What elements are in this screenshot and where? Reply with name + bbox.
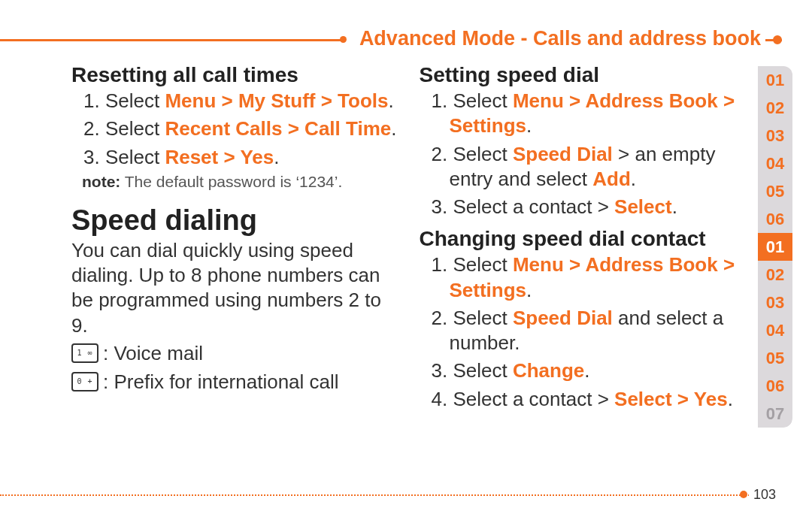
- step-item: 3. Select Change.: [432, 358, 745, 383]
- step-item: 1. Select Menu > Address Book > Settings…: [432, 252, 745, 303]
- step-text: .: [672, 195, 677, 218]
- step-text: .: [526, 114, 532, 137]
- content-columns: Resetting all call times 1. Select Menu …: [71, 60, 744, 476]
- step-item: 3. Select a contact > Select.: [432, 195, 745, 219]
- key-desc: : Voice mail: [103, 340, 203, 367]
- tab-upper: 05: [758, 177, 792, 205]
- header-end-dot-icon: [773, 35, 782, 44]
- step-text: 3. Select: [432, 359, 513, 382]
- menu-path: Speed Dial: [513, 307, 613, 329]
- tab-upper: 03: [758, 122, 792, 150]
- step-text: 4. Select a contact >: [432, 388, 615, 410]
- step-text: 3. Select a contact >: [432, 195, 615, 218]
- menu-path: Menu > My Stuff > Tools: [165, 89, 388, 112]
- tab-lower: 04: [758, 316, 792, 344]
- tab-upper: 02: [758, 94, 792, 122]
- step-text: 1. Select: [432, 89, 513, 112]
- note-text: The default password is ‘1234’.: [120, 173, 342, 190]
- step-item: 1. Select Menu > Address Book > Settings…: [432, 89, 745, 139]
- step-item: 4. Select a contact > Select > Yes.: [432, 387, 745, 412]
- step-text: 2. Select: [432, 307, 513, 329]
- heading-speed-dialing: Speed dialing: [71, 204, 397, 237]
- keycap-1-icon: 1 ∞: [71, 343, 98, 363]
- footer-dot-icon: [740, 491, 747, 498]
- step-text: 3. Select: [83, 146, 165, 168]
- page-header: Advanced Mode - Calls and address book: [0, 30, 782, 54]
- step-text: .: [391, 117, 396, 140]
- menu-path: Add: [592, 168, 631, 190]
- note-default-password: note: The default password is ‘1234’.: [82, 173, 397, 191]
- step-text: 2. Select: [83, 117, 165, 140]
- heading-changing-speed-dial: Changing speed dial contact: [420, 227, 745, 251]
- step-text: 1. Select: [83, 89, 165, 112]
- step-item: 3. Select Reset > Yes.: [83, 145, 397, 170]
- key-desc: : Prefix for international call: [103, 368, 339, 395]
- tab-upper: 04: [758, 150, 792, 177]
- menu-path: Select > Yes: [614, 388, 728, 410]
- key-international: 0 + : Prefix for international call: [71, 368, 397, 395]
- note-label: note:: [82, 173, 120, 190]
- menu-path: Select: [614, 195, 672, 218]
- step-text: 2. Select: [432, 143, 513, 165]
- heading-setting-speed-dial: Setting speed dial: [420, 63, 745, 87]
- menu-path: Recent Calls > Call Time: [165, 117, 391, 140]
- menu-path: Speed Dial: [513, 143, 613, 165]
- step-item: 1. Select Menu > My Stuff > Tools.: [83, 89, 397, 113]
- steps-change-speed-dial: 1. Select Menu > Address Book > Settings…: [420, 252, 745, 412]
- step-item: 2. Select Speed Dial and select a number…: [432, 306, 745, 356]
- step-item: 2. Select Speed Dial > an empty entry an…: [432, 142, 745, 192]
- tab-lower: 02: [758, 261, 792, 289]
- tab-lower-active: 01: [758, 233, 792, 261]
- steps-set-speed-dial: 1. Select Menu > Address Book > Settings…: [420, 89, 745, 219]
- key-voicemail: 1 ∞ : Voice mail: [71, 340, 397, 367]
- step-text: .: [389, 89, 394, 112]
- tab-lower: 03: [758, 289, 792, 316]
- tab-lower: 06: [758, 372, 792, 400]
- menu-path: Change: [513, 359, 584, 382]
- right-column: Setting speed dial 1. Select Menu > Addr…: [420, 60, 745, 476]
- tab-lower: 05: [758, 344, 792, 372]
- page-footer: 103: [0, 488, 782, 503]
- steps-reset-call-times: 1. Select Menu > My Stuff > Tools. 2. Se…: [71, 89, 397, 170]
- step-text: 1. Select: [432, 253, 513, 276]
- keycap-0-icon: 0 +: [71, 372, 98, 391]
- speed-dial-description: You can dial quickly using speed dialing…: [71, 238, 397, 338]
- step-item: 2. Select Recent Calls > Call Time.: [83, 116, 397, 141]
- page-number: 103: [749, 487, 782, 503]
- section-tabs: 01 02 03 04 05 06 01 02 03 04 05 06 07: [758, 66, 792, 428]
- step-text: .: [631, 168, 636, 190]
- header-bullet-icon: [340, 36, 347, 43]
- step-text: .: [584, 359, 589, 382]
- step-text: .: [728, 388, 733, 410]
- step-text: .: [526, 279, 532, 301]
- menu-path: Reset > Yes: [165, 146, 274, 168]
- step-text: .: [274, 146, 279, 168]
- chapter-title-text: Advanced Mode - Calls and address book: [359, 27, 761, 50]
- left-column: Resetting all call times 1. Select Menu …: [71, 60, 397, 476]
- footer-rule: [0, 494, 782, 496]
- chapter-title: Advanced Mode - Calls and address book: [343, 27, 765, 50]
- tab-upper: 06: [758, 205, 792, 233]
- heading-reset-call-times: Resetting all call times: [71, 63, 397, 87]
- tab-lower: 07: [758, 400, 792, 428]
- tab-upper: 01: [758, 66, 792, 94]
